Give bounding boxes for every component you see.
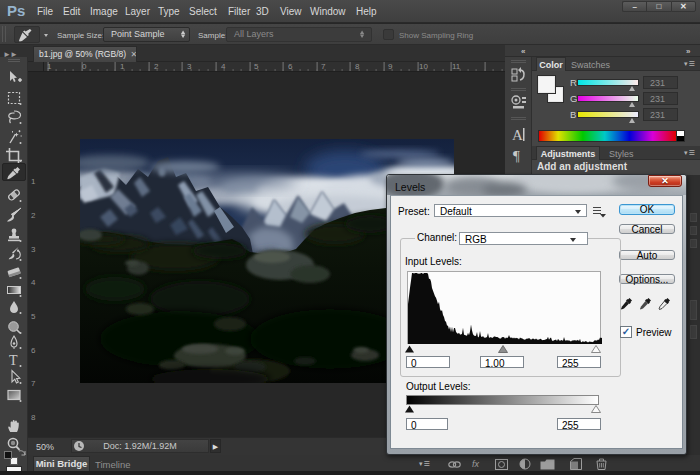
svg-text:¶: ¶ — [513, 148, 520, 164]
svg-text:T: T — [9, 353, 18, 368]
svg-text:A: A — [512, 127, 523, 143]
